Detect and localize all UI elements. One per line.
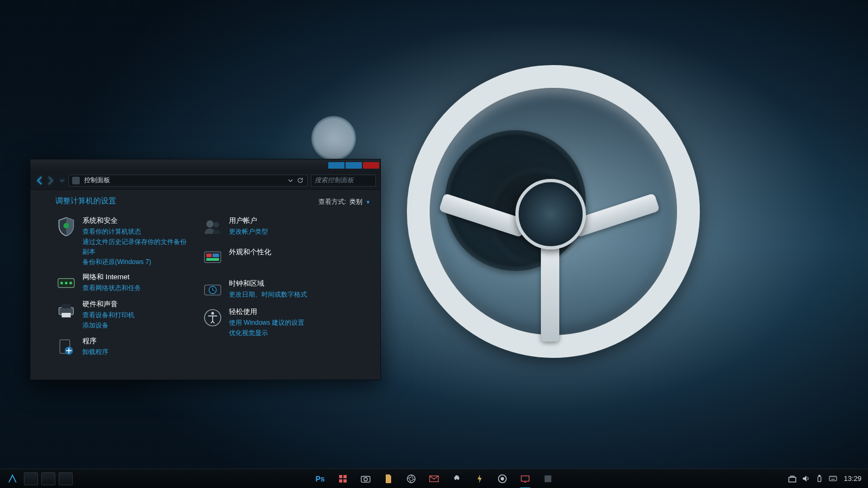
user-icon[interactable] [202,216,224,237]
category-hardware: 硬件和声音 查看设备和打印机 添加设备 [55,299,191,330]
category-title[interactable]: 硬件和声音 [82,299,135,309]
link-change-account-type[interactable]: 更改帐户类型 [229,227,268,237]
svg-rect-20 [339,475,342,478]
category-title[interactable]: 系统和安全 [82,216,191,226]
taskbar-app-settings[interactable] [519,473,531,485]
svg-rect-35 [829,476,837,480]
svg-rect-30 [521,476,529,481]
taskbar-widget[interactable] [24,472,38,485]
link-uninstall-program[interactable]: 卸载程序 [82,347,108,357]
svg-point-26 [407,474,415,482]
category-title[interactable]: 外观和个性化 [229,247,271,257]
svg-rect-34 [819,475,821,477]
taskbar-app-document[interactable] [382,473,394,485]
link-change-date-time[interactable]: 更改日期、时间或数字格式 [229,290,307,300]
taskbar-app-rocket[interactable] [451,473,463,485]
navigation-bar: 控制面板 搜索控制面板 [30,171,380,190]
chevron-down-icon: ▼ [366,200,371,205]
svg-point-4 [69,282,72,285]
svg-point-19 [212,312,214,314]
svg-point-10 [206,220,213,227]
titlebar[interactable] [30,159,380,171]
taskbar-app-bolt[interactable] [474,473,486,485]
minimize-button[interactable] [328,162,344,169]
taskbar-clock[interactable]: 13:29 [844,474,861,483]
appearance-icon[interactable] [202,247,224,269]
network-icon[interactable] [55,272,77,294]
wallpaper-spoke [541,239,559,342]
svg-rect-23 [343,479,347,483]
control-panel-icon [72,177,80,184]
refresh-button[interactable] [296,177,304,184]
breadcrumb[interactable]: 控制面板 [84,176,110,185]
maximize-button[interactable] [346,162,362,169]
link-network-status[interactable]: 查看网络状态和任务 [82,283,141,293]
svg-rect-33 [818,477,821,481]
taskbar-app-camera[interactable] [360,473,372,485]
category-title[interactable]: 网络和 Internet [82,272,141,282]
start-button[interactable] [3,471,22,486]
ease-of-access-icon[interactable] [202,307,224,329]
category-title[interactable]: 轻松使用 [229,307,304,317]
category-programs: 程序 卸载程序 [55,336,191,358]
clock-icon[interactable] [202,279,224,300]
category-title[interactable]: 用户帐户 [229,216,268,226]
taskbar-widget[interactable] [59,472,73,485]
taskbar-widget[interactable] [41,472,55,485]
taskbar-app-grid[interactable] [337,473,349,485]
svg-rect-15 [206,258,219,261]
svg-point-25 [364,477,367,480]
programs-icon[interactable] [55,336,77,358]
wallpaper-hub [515,179,586,249]
shield-icon[interactable] [55,216,77,237]
link-windows-recommended[interactable]: 使用 Windows 建议的设置 [229,318,304,328]
svg-rect-7 [62,313,71,317]
svg-rect-22 [339,479,342,483]
category-ease-of-access: 轻松使用 使用 Windows 建议的设置 优化视觉显示 [202,307,343,338]
close-button[interactable] [363,162,379,169]
printer-icon[interactable] [55,299,77,321]
search-placeholder: 搜索控制面板 [315,176,354,185]
link-backup-restore-win7[interactable]: 备份和还原(Windows 7) [82,257,191,267]
taskbar-app-aperture[interactable] [405,473,417,485]
recent-locations-button[interactable] [59,175,65,187]
tray-usb-icon[interactable] [815,474,824,483]
svg-point-3 [65,282,68,285]
category-clock: 时钟和区域 更改日期、时间或数字格式 [202,279,343,300]
link-add-device[interactable]: 添加设备 [82,320,135,331]
svg-point-11 [214,222,219,228]
svg-rect-31 [545,475,551,481]
link-devices-printers[interactable]: 查看设备和打印机 [82,310,135,320]
tray-volume-icon[interactable] [802,474,810,483]
forward-button[interactable] [46,175,55,187]
address-bar[interactable]: 控制面板 [68,175,308,187]
category-system-security: 系统和安全 查看你的计算机状态 通过文件历史记录保存你的文件备份副本 备份和还原… [55,216,191,267]
tray-keyboard-icon[interactable] [829,474,837,483]
category-network: 网络和 Internet 查看网络状态和任务 [55,272,191,294]
search-input[interactable]: 搜索控制面板 [311,175,376,187]
taskbar-app-mail[interactable] [428,473,440,485]
link-view-computer-status[interactable]: 查看你的计算机状态 [82,227,191,237]
svg-rect-14 [213,254,219,258]
taskbar-app-chrome[interactable] [496,473,508,485]
category-users: 用户帐户 更改帐户类型 [202,216,343,237]
link-file-history-backup[interactable]: 通过文件历史记录保存你的文件备份副本 [82,237,191,257]
category-title[interactable]: 时钟和区域 [229,279,307,288]
svg-rect-6 [62,304,71,309]
view-by-label: 查看方式: [318,197,346,207]
svg-rect-13 [206,254,212,258]
view-by-selector[interactable]: 查看方式: 类别 ▼ [318,197,371,207]
view-by-value: 类别 [349,197,362,207]
back-button[interactable] [35,175,44,187]
tray-overflow-icon[interactable] [788,474,796,483]
svg-rect-32 [789,477,796,482]
taskbar-app-photoshop[interactable]: Ps [314,473,326,485]
control-panel-window: 控制面板 搜索控制面板 调整计算机的设置 查看方式: 类别 ▼ [30,159,381,380]
system-tray [788,474,837,483]
taskbar-app-box[interactable] [542,473,554,485]
svg-point-0 [63,223,69,228]
svg-rect-12 [205,252,221,262]
category-title[interactable]: 程序 [82,336,108,346]
link-optimize-visual[interactable]: 优化视觉显示 [229,328,304,338]
address-dropdown-icon[interactable] [288,177,293,184]
